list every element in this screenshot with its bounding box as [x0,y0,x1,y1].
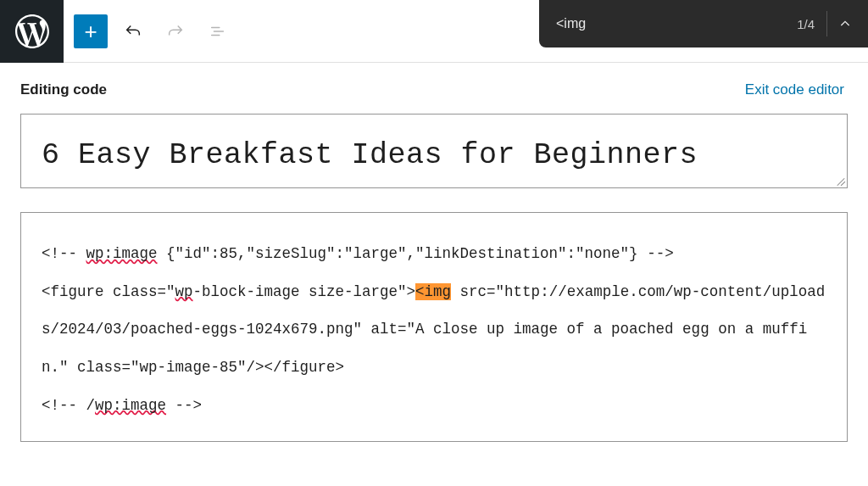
editing-code-label: Editing code [20,81,107,98]
post-title-input[interactable]: 6 Easy Breakfast Ideas for Beginners [20,114,848,188]
find-divider [826,11,827,36]
find-in-page-bar: <img 1/4 [539,0,868,47]
find-query-text[interactable]: <img [556,16,787,31]
wordpress-logo-icon [15,14,49,48]
redo-button[interactable] [159,14,192,48]
outline-icon [209,22,227,41]
code-line: <!-- /wp:image --> [42,387,826,425]
undo-icon [124,22,142,41]
wordpress-logo[interactable] [0,0,64,63]
post-title-text: 6 Easy Breakfast Ideas for Beginners [42,138,698,172]
document-outline-button[interactable] [201,14,235,48]
post-content-code-editor[interactable]: <!-- wp:image {"id":85,"sizeSlug":"large… [20,212,848,442]
plus-icon: + [84,20,97,42]
code-line: <figure class="wp-block-image size-large… [42,273,826,387]
find-result-count: 1/4 [787,17,825,31]
resize-handle[interactable] [833,174,845,186]
add-block-button[interactable]: + [74,14,108,48]
code-editor-subheader: Editing code Exit code editor [0,63,868,114]
find-match-highlight: <img [415,283,451,300]
code-line: <!-- wp:image {"id":85,"sizeSlug":"large… [42,235,826,273]
chevron-up-icon [838,17,852,31]
redo-icon [166,22,185,41]
find-previous-button[interactable] [829,8,861,40]
exit-code-editor-link[interactable]: Exit code editor [745,81,844,98]
undo-button[interactable] [116,14,150,48]
